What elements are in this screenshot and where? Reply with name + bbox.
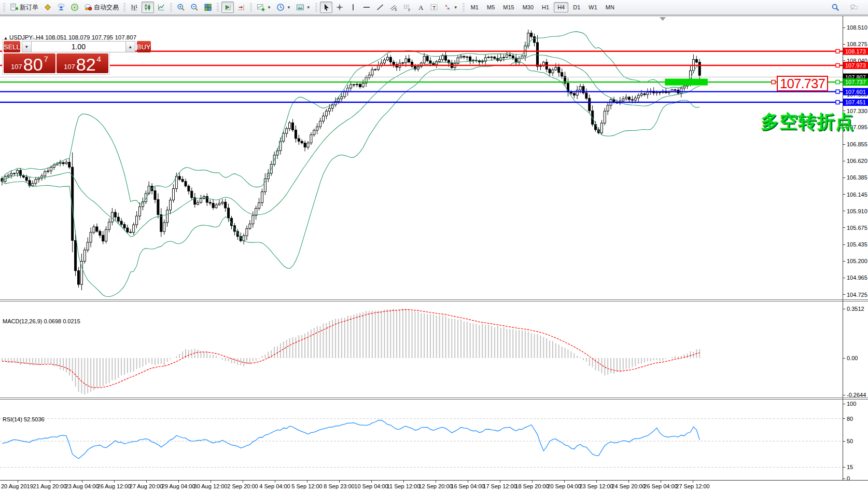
toolbar-grip[interactable] <box>3 3 5 11</box>
tile-windows-button[interactable] <box>202 2 214 13</box>
chevron-down-icon: ▼ <box>287 5 291 10</box>
tf-mn-label: MN <box>606 4 614 10</box>
line-handle[interactable] <box>836 90 839 93</box>
time-axis[interactable]: 20 Aug 201921 Aug 20:0023 Aug 04:0026 Au… <box>0 481 868 490</box>
toolbar-grip[interactable] <box>123 3 125 11</box>
buy-button[interactable]: BUY <box>137 41 151 52</box>
highlight-zone[interactable] <box>665 79 708 86</box>
horizontal-line-button[interactable] <box>360 2 373 13</box>
chart-shift-icon <box>237 3 245 11</box>
autotrading-button[interactable]: 自动交易 <box>82 2 121 13</box>
volume-increase-button[interactable]: ▲ <box>125 41 135 52</box>
sell-price-prefix: 107 <box>11 63 22 70</box>
trendline-button[interactable] <box>374 2 386 13</box>
line-handle[interactable] <box>836 80 839 84</box>
tf-h1-button[interactable]: H1 <box>538 2 553 12</box>
x-tick-label: 12 Sep 20:00 <box>418 483 452 489</box>
search-button[interactable] <box>829 2 842 13</box>
navigator-button[interactable] <box>68 2 81 13</box>
panel-separators[interactable] <box>0 16 868 400</box>
line-handle[interactable] <box>836 64 839 67</box>
tf-m30-button[interactable]: M30 <box>519 2 537 12</box>
toolbar-grip[interactable] <box>217 3 219 11</box>
toolbar-group-line-studies: EFAT▼ <box>313 0 460 15</box>
search-icon <box>831 3 839 11</box>
volume-input[interactable] <box>32 41 125 52</box>
buy-price-prefix: 107 <box>64 63 75 70</box>
chart-canvas[interactable]: 108.510108.275108.040107.565107.330107.0… <box>0 16 868 493</box>
sell-price-box[interactable]: 107 80 7 <box>4 53 55 73</box>
bar-chart-button[interactable] <box>128 2 141 13</box>
line-handle[interactable] <box>836 101 839 104</box>
vertical-line-button[interactable] <box>347 2 359 13</box>
crosshair-button[interactable] <box>333 2 346 13</box>
tf-m15-button[interactable]: M15 <box>499 2 517 12</box>
buy-price-pip: 4 <box>97 55 101 63</box>
tf-m15-label: M15 <box>503 4 514 10</box>
text-label-button[interactable]: T <box>428 2 440 13</box>
x-tick-label: 2 Sep 20:00 <box>227 483 258 489</box>
rsi-panel <box>0 419 843 468</box>
indicators-button[interactable]: ▼ <box>255 2 273 13</box>
tf-m1-button[interactable]: M1 <box>467 2 482 12</box>
buy-price-big: 82 <box>76 57 96 72</box>
svg-text:107.737: 107.737 <box>845 79 866 85</box>
volume-decrease-button[interactable]: ▼ <box>22 41 32 52</box>
buy-price-box[interactable]: 107 82 4 <box>57 53 108 73</box>
indicators-icon <box>257 3 265 11</box>
tf-h4-button[interactable]: H4 <box>554 2 568 12</box>
toolbar-grip[interactable] <box>315 3 317 11</box>
text-label-icon: T <box>430 3 438 11</box>
zoom-in-button[interactable] <box>175 2 187 13</box>
turning-point-annotation[interactable]: 多空转折点 <box>761 109 854 134</box>
cursor-button[interactable] <box>320 2 332 13</box>
callout-anchor-handle[interactable] <box>772 80 775 84</box>
price-tag: 107.601 <box>843 88 868 95</box>
x-tick-label: 8 Sep 23:00 <box>324 483 354 489</box>
market-watch-button[interactable] <box>41 2 54 13</box>
y-tick-label: 106.855 <box>847 141 867 147</box>
chart-shift-marker[interactable] <box>660 17 666 21</box>
zoom-out-icon <box>190 3 199 11</box>
rsi-tick-label: 15 <box>847 464 853 470</box>
x-tick-label: 24 Sep 20:00 <box>611 483 645 489</box>
templates-button[interactable]: ▼ <box>294 2 313 13</box>
macd-tick-label: -0.2644 <box>847 392 866 398</box>
rsi-tick-label: 100 <box>847 401 856 407</box>
price-axis[interactable]: 108.510108.275108.040107.565107.330107.0… <box>843 16 867 482</box>
tf-d1-button[interactable]: D1 <box>569 2 584 12</box>
toolbar-grip[interactable] <box>170 3 172 11</box>
x-tick-label: 30 Aug 12:00 <box>194 483 228 489</box>
tf-m5-button[interactable]: M5 <box>483 2 498 12</box>
candlestick-chart-button[interactable] <box>142 2 154 13</box>
tf-mn-button[interactable]: MN <box>602 2 618 12</box>
zoom-out-button[interactable] <box>188 2 201 13</box>
y-tick-label: 106.620 <box>847 158 867 164</box>
periods-button[interactable]: ▼ <box>274 2 293 13</box>
toolbar-grip[interactable] <box>250 3 252 11</box>
new-order-button[interactable]: 新订单 <box>8 2 40 13</box>
data-window-button[interactable] <box>55 2 67 13</box>
auto-scroll-button[interactable] <box>221 2 234 13</box>
x-tick-label: 11 Sep 12:00 <box>387 483 421 489</box>
rsi-tick-label: 0 <box>847 475 850 482</box>
toolbar-right-group <box>829 2 865 13</box>
rsi-line <box>2 420 699 459</box>
toolbar-grip[interactable] <box>463 3 465 11</box>
sell-price-big: 80 <box>23 57 43 72</box>
tf-w1-button[interactable]: W1 <box>585 2 601 12</box>
chart-shift-button[interactable] <box>235 2 247 13</box>
text-button[interactable]: A <box>414 2 427 13</box>
equidistant-channel-button[interactable]: E <box>387 2 400 13</box>
y-tick-label: 105.200 <box>847 258 867 264</box>
line-chart-button[interactable] <box>155 2 167 13</box>
line-handle[interactable] <box>836 49 839 53</box>
arrows-button[interactable]: ▼ <box>441 2 460 13</box>
fibonacci-button[interactable]: F <box>401 2 413 13</box>
chat-button[interactable] <box>848 2 860 13</box>
x-tick-label: 27 Sep 12:00 <box>676 483 709 489</box>
y-tick-label: 104.965 <box>847 275 867 281</box>
autotrading-label: 自动交易 <box>94 3 119 12</box>
sell-button[interactable]: SELL <box>4 41 20 52</box>
price-callout-label[interactable]: 107.737 <box>777 76 828 91</box>
